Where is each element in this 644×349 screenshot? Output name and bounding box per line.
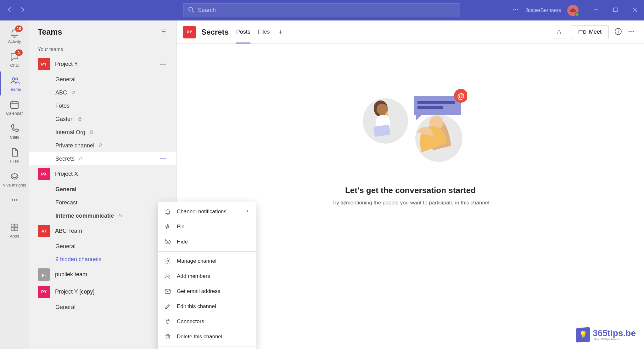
team-tile: pt: [38, 268, 50, 281]
person-add-icon: [164, 273, 171, 280]
filter-button[interactable]: [160, 28, 168, 36]
user-name: JasperBernaers: [525, 8, 561, 13]
channel-more-button[interactable]: [158, 154, 168, 163]
channel-privacy-icon[interactable]: [553, 26, 565, 38]
channel-name: General: [55, 76, 76, 83]
menu-item-delete-this-channel[interactable]: Delete this channel: [158, 329, 256, 344]
menu-item-add-members[interactable]: Add members: [158, 269, 256, 284]
app-rail: 18 Activity 1 Chat Teams Calendar Calls …: [0, 20, 29, 349]
nav-back-icon[interactable]: [6, 6, 13, 14]
svg-point-43: [618, 30, 619, 30]
team-row[interactable]: PX Project X: [29, 165, 176, 183]
tab-posts[interactable]: Posts: [236, 20, 250, 43]
channel-row[interactable]: ABC: [29, 86, 176, 99]
rail-viva-label: Viva Insights: [3, 183, 26, 187]
menu-item-hide[interactable]: Hide: [158, 234, 256, 249]
team-row[interactable]: PY Project Y [copy]: [29, 283, 176, 300]
avatar-cloud-icon: [569, 8, 576, 13]
files-icon: [9, 147, 20, 157]
header-more-button[interactable]: [628, 28, 635, 36]
svg-rect-39: [579, 30, 583, 34]
team-row[interactable]: PY Project Y: [29, 55, 176, 73]
add-tab-button[interactable]: [277, 20, 284, 43]
pencil-icon: [164, 303, 171, 310]
team-row[interactable]: pt publiek team: [29, 266, 176, 283]
channel-row[interactable]: Gasten: [29, 112, 176, 126]
window-minimize-button[interactable]: [593, 7, 599, 14]
rail-apps[interactable]: Apps: [0, 218, 29, 242]
menu-item-manage-channel[interactable]: Manage channel: [158, 254, 256, 269]
rail-files[interactable]: Files: [0, 143, 29, 167]
hidden-channels-link[interactable]: 9 hidden channels: [29, 253, 176, 266]
rail-chat-label: Chat: [10, 63, 19, 68]
channel-row[interactable]: Interne communicatie: [29, 209, 176, 222]
rail-teams[interactable]: Teams: [0, 72, 29, 95]
info-button[interactable]: [614, 28, 622, 36]
svg-rect-62: [165, 289, 171, 294]
channel-name: General: [55, 243, 76, 250]
tab-files[interactable]: Files: [258, 20, 270, 43]
user-avatar[interactable]: [567, 5, 579, 16]
menu-item-label: Channel notifications: [177, 209, 227, 215]
viva-icon: [9, 171, 20, 181]
rail-activity[interactable]: 18 Activity: [0, 24, 29, 48]
menu-item-pin[interactable]: Pin: [158, 219, 256, 234]
svg-text:@: @: [457, 92, 464, 100]
channel-name: Fotos: [55, 103, 70, 109]
search-icon: [188, 6, 195, 14]
empty-heading: Let's get the conversation started: [345, 186, 476, 195]
lock-icon: [89, 129, 94, 135]
channel-name: Internal Org: [55, 129, 85, 136]
menu-item-edit-this-channel[interactable]: Edit this channel: [158, 299, 256, 314]
rail-chat[interactable]: 1 Chat: [0, 48, 29, 72]
rail-viva[interactable]: Viva Insights: [0, 167, 29, 191]
window-maximize-button[interactable]: [613, 7, 618, 14]
rail-calendar-label: Calendar: [6, 111, 23, 116]
rail-calendar[interactable]: Calendar: [0, 95, 29, 119]
watermark: 💡 365tips.be https://365tips.be/en/: [576, 328, 636, 342]
team-tile: PY: [38, 58, 50, 70]
meet-button[interactable]: Meet: [571, 25, 609, 39]
svg-point-4: [517, 9, 518, 10]
search-box[interactable]: [183, 3, 460, 17]
channel-row[interactable]: Private channel: [29, 139, 176, 152]
rail-apps-label: Apps: [10, 234, 19, 238]
rail-calls[interactable]: Calls: [0, 119, 29, 143]
channel-row[interactable]: Internal Org: [29, 126, 176, 139]
menu-item-get-email-address[interactable]: Get email address: [158, 284, 256, 299]
channel-row[interactable]: Fotos: [29, 99, 176, 112]
apps-icon: [9, 222, 20, 232]
channel-row[interactable]: General: [29, 240, 176, 253]
teams-icon: [10, 76, 20, 86]
team-tile: AT: [38, 225, 50, 237]
channel-row[interactable]: General: [29, 183, 176, 196]
channel-title: Secrets: [201, 28, 229, 37]
teams-sidebar: Teams Your teams PY Project Y GeneralABC…: [29, 20, 177, 349]
svg-point-34: [165, 158, 166, 159]
svg-point-16: [14, 199, 15, 201]
settings-more-icon[interactable]: [512, 6, 519, 14]
search-input[interactable]: [198, 7, 455, 14]
channel-header: PY Secrets Posts Files Meet: [177, 20, 644, 44]
calls-icon: [9, 123, 20, 134]
channel-row[interactable]: Secrets: [29, 152, 176, 165]
channel-row[interactable]: Forecast: [29, 196, 176, 209]
menu-item-label: Edit this channel: [177, 303, 216, 310]
presence-available-icon: [575, 12, 579, 17]
window-close-button[interactable]: [632, 7, 638, 14]
svg-point-17: [16, 199, 17, 201]
channel-row[interactable]: General: [29, 73, 176, 86]
team-row[interactable]: AT ABC Team: [29, 222, 176, 240]
svg-line-1: [192, 11, 194, 13]
chat-badge: 1: [15, 49, 23, 56]
menu-item-channel-notifications[interactable]: Channel notifications: [158, 204, 256, 219]
team-more-button[interactable]: [158, 60, 168, 69]
team-name: publiek team: [55, 271, 168, 278]
rail-more[interactable]: [0, 191, 29, 209]
channel-name: Secrets: [55, 156, 75, 162]
menu-item-connectors[interactable]: Connectors: [158, 314, 256, 329]
channel-row[interactable]: General: [29, 300, 176, 314]
team-name: Project Y: [55, 61, 153, 67]
svg-point-32: [160, 158, 162, 159]
channel-context-menu: Channel notificationsPinHide Manage chan…: [158, 202, 256, 349]
